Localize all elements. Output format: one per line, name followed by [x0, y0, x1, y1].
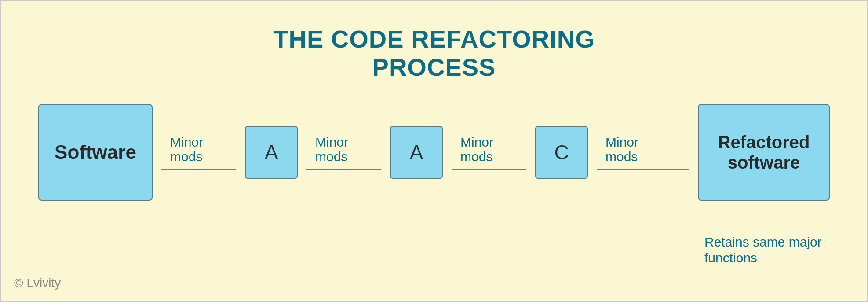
step-box-3-letter: C — [554, 140, 569, 164]
connector-4-line — [597, 169, 689, 170]
connector-2-line — [306, 169, 381, 170]
diagram-frame: THE CODE REFACTORING PROCESS Software Mi… — [0, 0, 868, 302]
box-software: Software — [38, 104, 153, 201]
step-box-2: A — [390, 126, 443, 179]
connector-2: Minor mods — [298, 135, 390, 170]
step-box-3: C — [535, 126, 588, 179]
connector-1: Minor mods — [153, 135, 245, 170]
box-refactored-label: Refactored software — [699, 132, 829, 173]
step-box-1-letter: A — [265, 140, 278, 164]
connector-1-label: Minor mods — [153, 135, 203, 169]
connector-4: Minor mods — [588, 135, 698, 170]
connector-1-line — [161, 169, 236, 170]
title-line-1: THE CODE REFACTORING — [273, 25, 594, 53]
copyright-label: © Lvivity — [14, 276, 61, 290]
connector-2-label: Minor mods — [298, 135, 348, 169]
title-line-2: PROCESS — [372, 53, 496, 81]
box-refactored-software: Refactored software — [698, 104, 830, 201]
connector-3-line — [452, 169, 526, 170]
connector-4-label: Minor mods — [588, 135, 638, 169]
connector-3-label: Minor mods — [443, 135, 493, 169]
flow-row: Software Minor mods A Minor mods A Minor — [1, 86, 867, 201]
step-box-1: A — [245, 126, 298, 179]
diagram-title: THE CODE REFACTORING PROCESS — [1, 1, 867, 86]
connector-3: Minor mods — [443, 135, 535, 170]
step-box-2-letter: A — [410, 140, 423, 164]
retains-caption: Retains same major functions — [704, 234, 841, 266]
box-software-label: Software — [55, 141, 136, 163]
